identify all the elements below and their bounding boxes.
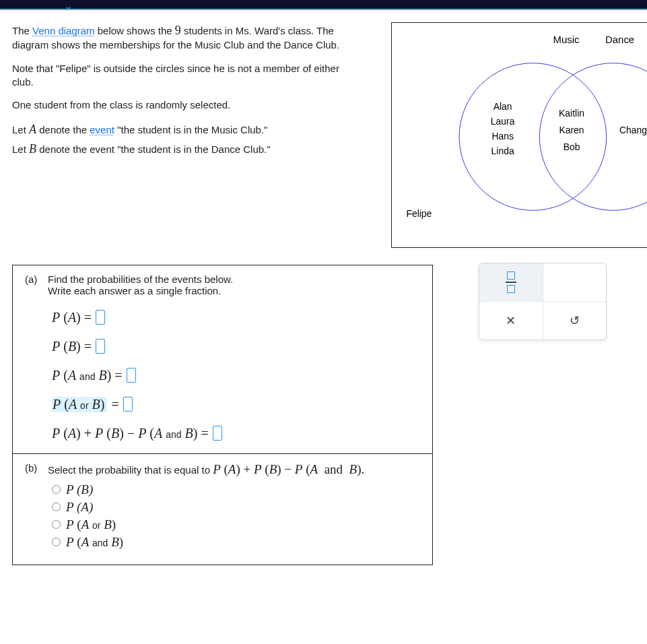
part-b-tag: (b)	[25, 462, 41, 477]
fraction-tool[interactable]	[479, 263, 543, 301]
prob-PA: P (A) =	[52, 310, 421, 325]
radio-icon	[52, 538, 61, 546]
svg-text:Hans: Hans	[491, 131, 514, 141]
prob-PB: P (B) =	[52, 339, 421, 354]
intro-text: The	[12, 25, 32, 36]
part-a: (a) Find the probabilities of the events…	[13, 265, 432, 453]
radio-icon	[52, 520, 61, 529]
clear-tool[interactable]: ✕	[479, 302, 543, 340]
svg-point-0	[459, 63, 607, 211]
svg-text:Bob: Bob	[564, 141, 580, 152]
input-PAandB[interactable]	[127, 368, 136, 383]
input-formula[interactable]	[213, 426, 222, 441]
venn-diagram: Music Dance Alan Laura Hans Linda Kaitli…	[391, 22, 647, 248]
math-toolbox: ✕ ↺	[479, 263, 607, 340]
fraction-icon	[506, 271, 516, 293]
svg-text:Karen: Karen	[559, 125, 584, 135]
intro-setup: One student from the class is randomly s…	[12, 98, 362, 112]
option-PB[interactable]: P (B)	[52, 482, 421, 497]
undo-icon: ↺	[570, 313, 580, 328]
svg-text:Linda: Linda	[491, 146, 514, 156]
event-link[interactable]: event	[90, 124, 114, 135]
chevron-down-icon[interactable]: ⌄	[64, 1, 73, 11]
top-bar: ⌄	[0, 0, 647, 10]
part-a-q2: Write each answer as a single fraction.	[48, 285, 221, 296]
input-PB[interactable]	[96, 339, 105, 354]
part-a-tag: (a)	[25, 273, 41, 296]
input-PAorB[interactable]	[123, 397, 133, 412]
problem-intro: The Venn diagram below shows the 9 stude…	[12, 22, 362, 157]
svg-text:Alan: Alan	[493, 101, 512, 112]
intro-note: Note that "Felipe" is outside the circle…	[12, 62, 362, 90]
svg-text:Kaitlin: Kaitlin	[559, 108, 584, 119]
part-a-q1: Find the probabilities of the events bel…	[48, 273, 233, 285]
radio-icon	[52, 503, 61, 511]
input-PA[interactable]	[96, 310, 105, 325]
venn-label-music: Music	[553, 34, 580, 45]
venn-diagram-link[interactable]: Venn diagram	[32, 25, 95, 36]
option-PAorB[interactable]: P (A or B)	[52, 517, 421, 532]
venn-outside: Felipe	[406, 208, 432, 219]
part-b: (b) Select the probability that is equal…	[13, 453, 432, 565]
svg-text:Laura: Laura	[491, 116, 515, 127]
svg-point-1	[539, 63, 647, 211]
x-icon: ✕	[506, 313, 516, 328]
option-PA[interactable]: P (A)	[52, 500, 421, 515]
prob-formula: P (A) + P (B) − P (A and B) =	[52, 426, 421, 441]
svg-text:Chang: Chang	[619, 125, 647, 135]
prob-PAorB: P (A or B) =	[52, 397, 421, 412]
option-PAandB[interactable]: P (A and B)	[52, 535, 421, 550]
radio-icon	[52, 485, 61, 494]
prob-PAandB: P (A and B) =	[52, 368, 421, 383]
undo-tool[interactable]: ↺	[543, 302, 607, 340]
venn-label-dance: Dance	[605, 34, 634, 45]
answer-panel: (a) Find the probabilities of the events…	[12, 265, 433, 565]
part-b-q: Select the probability that is equal to	[48, 464, 213, 476]
